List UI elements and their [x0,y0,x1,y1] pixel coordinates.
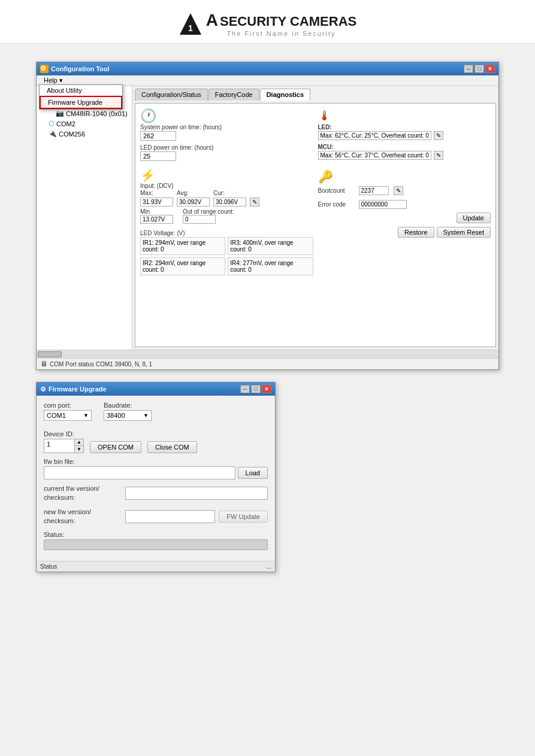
tree-panel: 🖥 PC ⬡ COM1 📷 CM48IR-1040 (0x01) ⬡ COM2 … [37,86,132,350]
device-icon: 📷 [56,110,64,117]
voltage-min-row: Min 13.027V Out of range count: 0 [140,208,313,224]
tree-com2-label: COM2 [56,120,75,127]
tree-node-com2[interactable]: ⬡ COM2 [46,119,129,129]
device-id-spinbox[interactable]: 1 ▲ ▼ [44,439,84,453]
load-button[interactable]: Load [238,467,268,479]
led-edit-button[interactable]: ✎ [434,131,443,140]
help-menu[interactable]: Help ▾ About Utility Firmware Upgrade [39,77,68,84]
fw-statusbar: Status ... [37,561,275,572]
header: 1 A SECURITY CAMERAS The First Name in S… [0,0,535,44]
com-port-select[interactable]: COM1 ▼ [44,410,92,421]
com2-icon: ⬡ [49,120,55,127]
firmware-upgrade-item[interactable]: Firmware Upgrade [40,96,122,109]
restore-button[interactable]: Restore [398,227,434,238]
voltage-edit-button[interactable]: ✎ [250,198,259,207]
tree-device-label: CM48IR-1040 (0x01) [66,110,128,117]
min-voltage: 13.027V [140,215,173,224]
titlebar-icon: ⚙ [40,65,49,73]
cur-voltage: 30.096V [213,198,246,207]
close-button[interactable]: ✕ [485,65,495,73]
logo-container: 1 A SECURITY CAMERAS The First Name in S… [179,11,356,37]
fw-bin-label: f/w bin file: [44,458,268,465]
mcu-section-label: MCU: [318,144,491,150]
fw-window-controls: ─ □ ✕ [240,385,271,393]
tree-node-device[interactable]: 📷 CM48IR-1040 (0x01) [53,108,129,119]
about-utility-item[interactable]: About Utility [40,85,122,96]
fw-bin-input[interactable] [44,466,235,479]
max-voltage: 31.93V [140,198,173,207]
ir3-voltage: IR3: 400mV, over range count: 0 [228,237,313,255]
titlebar-left: ⚙ Configuration Tool [40,65,110,73]
logo-text-block: A SECURITY CAMERAS The First Name in Sec… [206,11,356,37]
device-id-row: Device ID: 1 ▲ ▼ OPEN COM Close COM [44,430,268,453]
led-voltage-grid: IR1: 294mV, over range count: 0 IR3: 400… [140,237,313,275]
system-reset-button[interactable]: System Reset [437,227,491,238]
com-port-value: COM1 [47,412,66,419]
tab-bar: Configuration/Status FactoryCode Diagnos… [135,89,496,101]
action-buttons: Update [318,212,491,223]
com-port-label: com port: [44,402,92,409]
fw-close-button[interactable]: ✕ [262,385,271,393]
help-menu-label[interactable]: Help ▾ [39,75,68,85]
fw-update-button[interactable]: FW Update [219,511,268,523]
minimize-button[interactable]: ─ [464,65,473,73]
ir4-voltage: IR4: 277mV, over range count: 0 [228,257,313,275]
avg-voltage: 30.092V [177,198,210,207]
current-fw-label: current f/w version/ checksum: [44,484,122,503]
fw-maximize-button[interactable]: □ [251,385,261,393]
baudrate-select[interactable]: 38400 ▼ [104,410,152,421]
spinbox-arrows: ▲ ▼ [74,439,83,453]
win-body: 🖥 PC ⬡ COM1 📷 CM48IR-1040 (0x01) ⬡ COM2 … [37,86,498,350]
mcu-edit-button[interactable]: ✎ [434,151,443,160]
com256-icon: 🔌 [49,130,57,138]
config-statusbar: 🖥 COM Port status COM1 38400, N, 8, 1 [37,358,498,369]
diag-right: 🌡 LED: Max: 62°C, Cur: 25°C, Overheat co… [318,108,491,279]
logo-text-security: SECURITY CAMERAS [220,14,356,29]
scrollbar-thumb[interactable] [38,351,62,357]
fw-titlebar-icon: ⚙ [40,385,46,393]
tab-config-status[interactable]: Configuration/Status [135,89,208,101]
tree-node-com256[interactable]: 🔌 COM256 [46,129,129,139]
maximize-button[interactable]: □ [474,65,484,73]
voltage-values: 31.93V 30.092V 30.096V ✎ [140,198,313,207]
led-voltage-section: LED Voltage: (V) IR1: 294mV, over range … [140,230,313,275]
fw-bin-section: f/w bin file: Load [44,458,268,479]
led-temp-section: LED: Max: 62°C, Cur: 25°C, Overheat coun… [318,124,491,140]
update-button[interactable]: Update [457,212,491,223]
device-id-label: Device ID: [44,430,84,438]
firmware-upgrade-window: ⚙ Firmware Upgrade ─ □ ✕ com port: COM1 … [36,382,276,572]
input-voltage-section: ⚡ Input: (DCV) Max: Avg: Cur: 31.93V [140,168,313,224]
diag-grid: 🕐 System power on time: (hours) 262 LED … [140,108,491,279]
spin-down-button[interactable]: ▼ [75,446,83,453]
current-fw-row: current f/w version/ checksum: [44,484,268,503]
horizontal-scrollbar[interactable] [37,350,498,358]
fw-minimize-button[interactable]: ─ [240,385,250,393]
config-tool-titlebar: ⚙ Configuration Tool ─ □ ✕ [37,62,498,75]
com-port-section: com port: COM1 ▼ [44,402,92,421]
bootcount-edit-button[interactable]: ✎ [394,186,403,195]
bootcount-label: Bootcount [318,187,354,194]
tab-factory-code[interactable]: FactoryCode [208,89,259,101]
error-code-row: Error code 00000000 [318,200,491,209]
config-tool-title: Configuration Tool [51,65,110,72]
spin-up-button[interactable]: ▲ [75,439,83,446]
open-com-button[interactable]: OPEN COM [90,441,141,453]
current-fw-input [125,487,268,500]
bootcount-row: Bootcount 2237 ✎ [318,186,491,195]
tab-diagnostics[interactable]: Diagnostics [260,89,310,101]
out-range-val: 0 [183,215,216,224]
error-code-label: Error code [318,201,354,208]
led-power-value: 25 [140,151,176,161]
fw-titlebar: ⚙ Firmware Upgrade ─ □ ✕ [37,382,275,396]
close-com-button[interactable]: Close COM [147,441,197,453]
content-panel: Configuration/Status FactoryCode Diagnos… [132,86,498,350]
fw-statusbar-text: Status [40,563,57,570]
mcu-temp-value: Max: 56°C, Cur: 37°C, Overheat count: 0 [318,151,431,160]
new-fw-section: new f/w version/ checksum: FW Update [44,508,268,526]
device-id-value: 1 [44,439,74,453]
led-voltage-label: LED Voltage: (V) [140,230,313,236]
led-temp-row: Max: 62°C, Cur: 25°C, Overheat count: 0 … [318,131,491,140]
config-tool-window: ⚙ Configuration Tool ─ □ ✕ Help ▾ About … [36,62,499,370]
ir1-voltage: IR1: 294mV, over range count: 0 [140,237,225,255]
fw-titlebar-left: ⚙ Firmware Upgrade [40,385,107,393]
